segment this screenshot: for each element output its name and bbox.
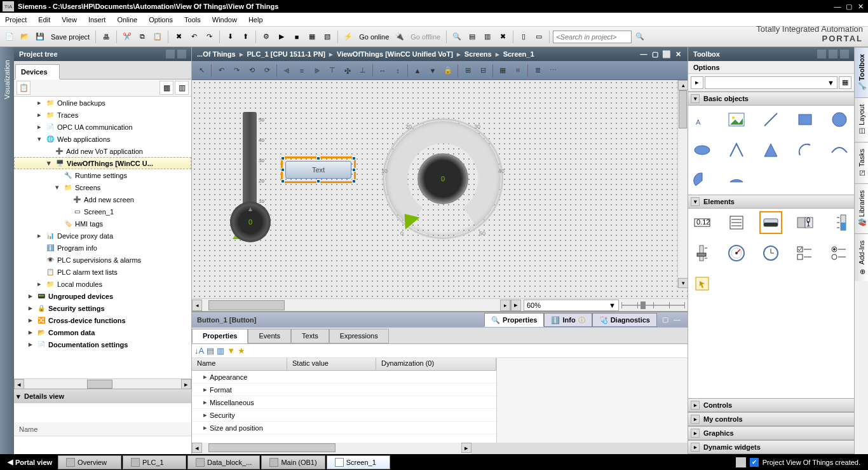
resize-handle[interactable] xyxy=(316,179,320,183)
tree-node[interactable]: ℹ️Program info xyxy=(14,242,191,254)
new-project-icon[interactable]: 📄 xyxy=(3,30,17,44)
tree-node[interactable]: ▸📄OPC UA communication xyxy=(14,121,191,133)
tree-node[interactable]: ▸📊Device proxy data xyxy=(14,230,191,242)
stop-icon[interactable]: ■ xyxy=(290,30,304,44)
tool2-icon[interactable]: ▤ xyxy=(465,30,479,44)
portal-view-button[interactable]: ◀Portal view xyxy=(3,458,57,466)
et-grid-icon[interactable]: ▦ xyxy=(496,64,510,78)
expand-icon[interactable]: ▸ xyxy=(36,280,43,288)
panel-tab-diagnostics[interactable]: 🩺Diagnostics xyxy=(592,313,657,327)
cut-icon[interactable]: ✂️ xyxy=(120,30,134,44)
maximize-button[interactable]: ▢ xyxy=(844,2,854,11)
menu-project[interactable]: Project xyxy=(5,16,27,24)
tb-pin-icon[interactable] xyxy=(840,50,849,59)
tree-node[interactable]: ▸📁Local modules xyxy=(14,278,191,290)
canvas-separator-icon[interactable]: ▸ xyxy=(511,300,521,311)
paste-icon[interactable]: 📋 xyxy=(151,30,165,44)
tree-pin-icon[interactable] xyxy=(177,50,186,59)
save-button[interactable]: Save project xyxy=(51,33,90,41)
status-tab[interactable]: Main (OB1) xyxy=(261,455,325,469)
tree-view1-icon[interactable]: ▦ xyxy=(159,81,173,95)
delete-icon[interactable]: ✖ xyxy=(172,30,186,44)
subtab-expressions[interactable]: Expressions xyxy=(329,329,389,343)
filter-icon[interactable]: ▼ xyxy=(227,346,235,356)
tree-node[interactable]: ▭Screen_1 xyxy=(14,205,191,218)
collapse-icon[interactable]: ▤ xyxy=(207,346,214,356)
details-view-header[interactable]: ▾Details view xyxy=(14,389,191,403)
et-rotate-r-icon[interactable]: ⟳ xyxy=(260,64,274,78)
expand-icon[interactable]: ▸ xyxy=(203,424,207,432)
subtab-events[interactable]: Events xyxy=(248,329,291,343)
split-h-icon[interactable]: ▯ xyxy=(517,30,531,44)
editor-undock-icon[interactable]: ▢ xyxy=(651,50,660,59)
undo-icon[interactable]: ↶ xyxy=(187,30,201,44)
properties-table[interactable]: Name Static value Dynamization (0) ▸Appe… xyxy=(192,358,497,443)
canvas-v-scrollbar[interactable]: ▴▾ xyxy=(677,80,688,288)
tree-view2-icon[interactable]: ▥ xyxy=(175,81,189,95)
tree-node[interactable]: ▸📄Documentation settings xyxy=(14,338,191,350)
tree-node[interactable]: ▸📂Common data xyxy=(14,326,191,338)
tree-node[interactable]: ▸📟Ungrouped devices xyxy=(14,290,191,302)
resize-handle[interactable] xyxy=(352,179,356,183)
tree-node[interactable]: ▸🔒Security settings xyxy=(14,302,191,314)
module-icon[interactable]: ▦ xyxy=(305,30,319,44)
toolbox-tab[interactable]: 🔧Toolbox xyxy=(855,47,868,97)
tree-node[interactable]: 🏷️HMI tags xyxy=(14,218,191,230)
print-icon[interactable]: 🖶 xyxy=(99,30,113,44)
tree-node[interactable]: ▾🌐Web applications xyxy=(14,133,191,145)
open-project-icon[interactable]: 📂 xyxy=(18,30,32,44)
et-align-b-icon[interactable]: ⊥ xyxy=(356,64,370,78)
menu-insert[interactable]: Insert xyxy=(88,16,106,24)
upload-icon[interactable]: ⬆ xyxy=(238,30,252,44)
slider-widget[interactable]: 50 40 30 20 10 ▲0 xyxy=(236,112,275,239)
et-front-icon[interactable]: ▲ xyxy=(410,64,424,78)
expand-icon[interactable]: ▸ xyxy=(36,232,43,240)
project-tree[interactable]: ▸📁Online backups▸📁Traces▸📄OPC UA communi… xyxy=(14,97,191,378)
checkbox-element-icon[interactable] xyxy=(796,244,814,262)
category-combo[interactable]: ▼ xyxy=(705,76,837,89)
expand-icon[interactable]: ▾ xyxy=(53,183,61,191)
expand-icon[interactable]: ▸ xyxy=(27,328,34,336)
opt-back-icon[interactable]: ▸ xyxy=(691,76,703,89)
et-align-t-icon[interactable]: ⊤ xyxy=(325,64,339,78)
bar-element-icon[interactable] xyxy=(831,214,848,232)
dynamic-widgets-header[interactable]: ▸Dynamic widgets xyxy=(688,440,854,454)
breadcrumb-4[interactable]: Screen_1 xyxy=(503,50,534,58)
screen-canvas[interactable]: 50 40 30 20 10 ▲0 Text xyxy=(192,80,688,298)
panel-tab-properties[interactable]: 🔍Properties xyxy=(484,313,544,327)
resize-handle[interactable] xyxy=(352,156,356,160)
panel-tab-info[interactable]: ℹ️Infoⓘ xyxy=(544,313,592,327)
et-snap-icon[interactable]: ⌗ xyxy=(511,64,525,78)
et-cursor-icon[interactable]: ↖ xyxy=(194,64,208,78)
expand-icon[interactable]: ▸ xyxy=(203,373,207,381)
graphics-header[interactable]: ▸Graphics xyxy=(688,426,854,440)
close-x-icon[interactable]: ✖ xyxy=(496,30,510,44)
status-tab[interactable]: PLC_1 xyxy=(123,455,186,469)
search-go-icon[interactable]: 🔍 xyxy=(633,30,647,44)
menu-view[interactable]: View xyxy=(62,16,77,24)
subtab-properties[interactable]: Properties xyxy=(192,329,248,343)
expand-icon[interactable]: ▥ xyxy=(217,346,224,356)
expand-icon[interactable]: ▾ xyxy=(45,159,53,167)
status-tab[interactable]: Data_block_... xyxy=(187,455,260,469)
line-shape-icon[interactable] xyxy=(762,111,780,128)
et-more-icon[interactable]: ⋯ xyxy=(546,64,560,78)
tree-node[interactable]: 👁️PLC supervisions & alarms xyxy=(14,254,191,266)
et-dist-h-icon[interactable]: ↔ xyxy=(376,64,390,78)
expand-icon[interactable]: ▸ xyxy=(27,340,34,349)
et-layers-icon[interactable]: ≣ xyxy=(531,64,545,78)
canvas-h-scrollbar[interactable]: ◂▸ xyxy=(192,300,510,311)
tree-filter-icon[interactable]: 📋 xyxy=(17,81,31,95)
breadcrumb-1[interactable]: PLC_1 [CPU 1511-1 PN] xyxy=(247,50,326,58)
expand-icon[interactable]: ▸ xyxy=(203,385,207,394)
resize-handle[interactable] xyxy=(281,168,285,172)
addins-tab[interactable]: ⊕Add-Ins xyxy=(855,233,868,281)
tb-view-icon[interactable] xyxy=(829,50,837,59)
status-tab[interactable]: Overview xyxy=(58,455,121,469)
button-widget-selected[interactable]: Text xyxy=(281,156,356,183)
prop-h-scrollbar[interactable]: ◂ ▸ xyxy=(192,443,471,454)
et-ungroup-icon[interactable]: ⊟ xyxy=(476,64,490,78)
text-shape-icon[interactable]: A xyxy=(693,111,711,128)
breadcrumb-0[interactable]: ...Of Things xyxy=(197,50,236,58)
expand-icon[interactable]: ▸ xyxy=(27,316,34,324)
